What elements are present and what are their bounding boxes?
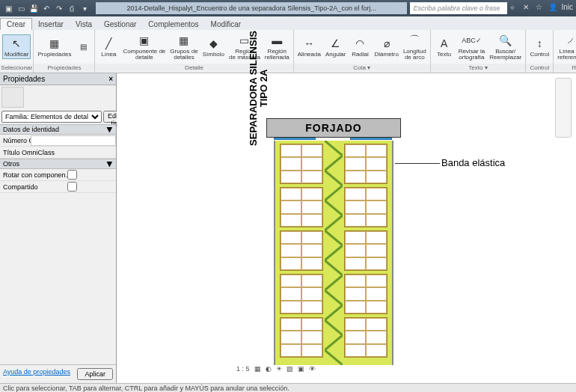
- radial-button[interactable]: ◠Radial: [349, 35, 371, 58]
- row-numero-omni: Número OmniClass: [0, 135, 116, 147]
- row-rotar: Rotar con componen…: [0, 169, 116, 181]
- main-area: Propiedades × Familia: Elementos de deta…: [0, 73, 576, 383]
- diameter-icon: ⌀: [379, 36, 394, 51]
- group-label: Seleccionar ▾: [0, 64, 33, 73]
- group-seleccionar: ↖Modificar Seleccionar ▾: [0, 30, 34, 73]
- quick-access-toolbar: ▣ ▭ 💾 ↶ ↷ ⎙ ▾: [0, 3, 93, 13]
- row-titulo-omni: Título OmniClass: [0, 147, 116, 159]
- symbol-icon: ◆: [206, 36, 221, 51]
- revisar-button[interactable]: ABC✓Revisar la ortografía: [457, 32, 487, 61]
- rotar-checkbox[interactable]: [67, 170, 77, 180]
- open-icon[interactable]: ▭: [16, 3, 26, 13]
- buscar-button[interactable]: 🔍Buscar/ Reemplazar: [488, 32, 523, 61]
- control-button[interactable]: ↕Control: [528, 35, 551, 58]
- help-link[interactable]: Ayuda de propiedades: [3, 368, 70, 380]
- fill-icon: ▬: [269, 33, 284, 48]
- properties-panel: Propiedades × Familia: Elementos de deta…: [0, 73, 117, 383]
- refline-icon: ⟋: [563, 33, 576, 48]
- diametro-button[interactable]: ⌀Diámetro: [373, 35, 399, 58]
- compartido-checkbox[interactable]: [67, 182, 77, 192]
- angular-icon: ∠: [328, 36, 343, 51]
- insulation-icon: [325, 141, 343, 365]
- wall-section: [274, 141, 393, 365]
- angular-button[interactable]: ∠Angular: [324, 35, 348, 58]
- sun-icon[interactable]: ☀: [276, 365, 282, 373]
- subscription-icon[interactable]: ⟐: [510, 3, 521, 13]
- modificar-button[interactable]: ↖Modificar: [2, 34, 31, 59]
- radial-icon: ◠: [352, 36, 367, 51]
- app-menu-icon[interactable]: ▣: [3, 3, 13, 13]
- titlebar: ▣ ▭ 💾 ↶ ↷ ⎙ ▾ 2014-Detalle_Hispalyt_Encu…: [0, 0, 576, 16]
- longarco-button[interactable]: ⌒Longitud de arco: [402, 32, 428, 61]
- group-icon: ▦: [177, 33, 192, 48]
- tab-crear[interactable]: Crear: [0, 18, 32, 30]
- group-label: Cota ▾: [294, 64, 430, 73]
- shadow-icon[interactable]: ▨: [287, 365, 293, 373]
- type-thumb: [0, 85, 116, 109]
- detail-level-icon[interactable]: ▦: [254, 365, 261, 373]
- linea-button[interactable]: ╱Línea: [97, 35, 120, 58]
- grupos-button[interactable]: ▦Grupos de detalles: [168, 32, 199, 61]
- detail-drawing: FORJADO: [266, 118, 401, 138]
- text-icon: A: [437, 36, 452, 51]
- aligned-icon: ↔: [301, 36, 316, 51]
- section-identidad[interactable]: Datos de identidad⯆: [0, 124, 116, 135]
- group-label: Texto ▾: [431, 64, 526, 73]
- hide-icon[interactable]: 👁: [309, 365, 316, 373]
- redo-icon[interactable]: ↷: [54, 3, 64, 13]
- undo-icon[interactable]: ↶: [41, 3, 52, 13]
- family-selector[interactable]: Familia: Elementos de detal: [1, 111, 102, 123]
- search-input[interactable]: Escriba palabra clave o frase: [410, 2, 507, 14]
- cursor-icon: ↖: [9, 36, 24, 51]
- ribbon-tabs: Crear Insertar Vista Gestionar Complemen…: [0, 16, 576, 30]
- texto-button[interactable]: ATexto: [433, 35, 456, 58]
- tab-complementos[interactable]: Complementos: [142, 19, 204, 30]
- group-texto: ATexto ABC✓Revisar la ortografía 🔍Buscar…: [431, 30, 527, 73]
- qat-more-icon[interactable]: ▾: [79, 3, 90, 13]
- favorite-icon[interactable]: ☆: [536, 3, 546, 13]
- nav-bar[interactable]: [555, 78, 572, 138]
- group-referencia: ⟋Línea de referencia ▱Plano de referenci…: [554, 30, 576, 73]
- visual-style-icon[interactable]: ◐: [266, 365, 272, 373]
- drawing-canvas[interactable]: FORJADO S: [117, 73, 576, 383]
- print-icon[interactable]: ⎙: [67, 3, 77, 13]
- user-icon[interactable]: 👤: [548, 3, 559, 13]
- spell-icon: ABC✓: [464, 33, 479, 48]
- close-icon[interactable]: ×: [108, 75, 113, 83]
- scale-control[interactable]: 1 : 5: [236, 365, 250, 373]
- group-label: Referencia: [554, 64, 576, 73]
- properties-header: Propiedades ×: [0, 73, 116, 85]
- find-icon: 🔍: [498, 33, 513, 48]
- section-otros[interactable]: Otros⯆: [0, 159, 116, 169]
- slab-label: FORJADO: [266, 118, 401, 138]
- exchange-icon[interactable]: ✕: [523, 3, 533, 13]
- group-label: Propiedades: [34, 64, 94, 73]
- componente-button[interactable]: ▣Componente de detalle: [121, 32, 167, 61]
- propiedades-button[interactable]: ▦Propiedades: [36, 35, 73, 58]
- crop-icon[interactable]: ▣: [298, 365, 304, 373]
- numero-omni-input[interactable]: [31, 135, 116, 146]
- save-icon[interactable]: 💾: [28, 3, 39, 13]
- linea-ref-button[interactable]: ⟋Línea de referencia: [556, 32, 576, 61]
- user-label[interactable]: Inic: [561, 3, 573, 13]
- arc-icon: ⌒: [407, 33, 422, 48]
- row-compartido: Compartido: [0, 181, 116, 193]
- type-props-button[interactable]: ▤: [74, 39, 92, 55]
- tab-vista[interactable]: Vista: [70, 19, 98, 30]
- tab-modificar[interactable]: Modificar: [205, 19, 248, 30]
- alineada-button[interactable]: ↔Alineada: [296, 35, 322, 58]
- group-cota: ↔Alineada ∠Angular ◠Radial ⌀Diámetro ⌒Lo…: [294, 30, 431, 73]
- wall-type-label: SEPARADORA SILENSIS TIPO 2A: [248, 6, 270, 171]
- group-label: Control: [526, 64, 553, 73]
- leader-line: [395, 163, 440, 164]
- properties-title: Propiedades: [3, 75, 45, 83]
- simbolo-button[interactable]: ◆Símbolo: [201, 35, 226, 58]
- tab-gestionar[interactable]: Gestionar: [98, 19, 142, 30]
- component-icon: ▣: [137, 33, 152, 48]
- brick-left: [280, 144, 323, 358]
- titlebar-right: ⟐ ✕ ☆ 👤 Inic: [507, 3, 576, 13]
- tab-insertar[interactable]: Insertar: [32, 19, 70, 30]
- line-icon: ╱: [101, 36, 116, 51]
- apply-button[interactable]: Aplicar: [77, 368, 113, 380]
- thumb-icon: [1, 87, 24, 108]
